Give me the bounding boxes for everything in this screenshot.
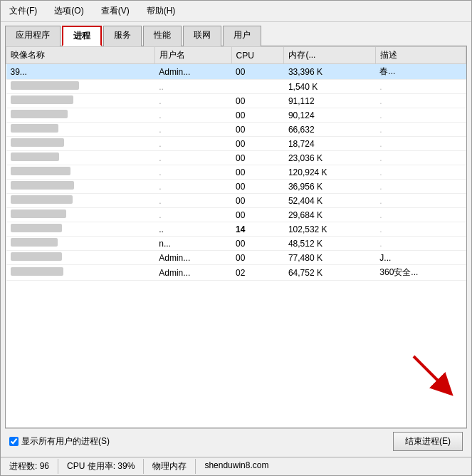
cell-desc: . xyxy=(375,94,466,108)
table-row[interactable]: Admin...0077,480 KJ... xyxy=(6,251,466,265)
cell-memory: 52,404 K xyxy=(284,194,375,208)
cell-user: . xyxy=(154,180,231,194)
cell-memory: 91,112 xyxy=(284,94,375,108)
cell-cpu: 14 xyxy=(231,222,284,237)
cell-memory: 66,632 xyxy=(284,123,375,137)
status-cpu: CPU 使用率: 39% xyxy=(58,459,144,474)
menu-file[interactable]: 文件(F) xyxy=(6,4,40,19)
cell-image-name xyxy=(6,222,155,237)
show-all-users-checkbox[interactable] xyxy=(9,437,19,446)
cell-image-name xyxy=(6,137,155,151)
show-all-users-label: 显示所有用户的进程(S) xyxy=(21,435,110,447)
cell-cpu: 00 xyxy=(231,165,284,180)
cell-desc: . xyxy=(375,194,466,208)
cell-memory: 64,752 K xyxy=(284,265,375,281)
col-header-cpu[interactable]: CPU xyxy=(231,47,284,64)
cell-desc: . xyxy=(375,151,466,165)
cell-cpu: 02 xyxy=(231,265,284,281)
cell-memory: 18,724 xyxy=(284,137,375,151)
bottom-bar: 显示所有用户的进程(S) 结束进程(E) xyxy=(5,428,467,454)
cell-user: .. xyxy=(154,80,231,94)
cell-user: Admin... xyxy=(154,251,231,265)
table-row[interactable]: Admin...0264,752 K360安全... xyxy=(6,265,466,281)
cell-image-name xyxy=(6,80,155,94)
cell-memory: 48,512 K xyxy=(284,237,375,251)
cell-desc: . xyxy=(375,165,466,180)
table-row[interactable]: ..1,540 K. xyxy=(6,80,466,94)
cell-memory: 77,480 K xyxy=(284,251,375,265)
menu-options[interactable]: 选项(O) xyxy=(51,4,86,19)
cell-user: .. xyxy=(154,222,231,237)
cell-memory: 102,532 K xyxy=(284,222,375,237)
status-watermark: shenduwin8.com xyxy=(196,459,277,474)
table-row[interactable]: 39...Admin...0033,396 K春... xyxy=(6,64,466,80)
cell-cpu: 00 xyxy=(231,180,284,194)
cell-image-name: 39... xyxy=(6,64,155,80)
cell-cpu: 00 xyxy=(231,151,284,165)
col-header-desc[interactable]: 描述 xyxy=(375,47,466,64)
cell-cpu xyxy=(231,80,284,94)
table-row[interactable]: .0090,124. xyxy=(6,108,466,123)
cell-image-name xyxy=(6,265,155,281)
tab-networking[interactable]: 联网 xyxy=(183,26,221,46)
menu-view[interactable]: 查看(V) xyxy=(98,4,132,19)
cell-cpu: 00 xyxy=(231,237,284,251)
cell-image-name xyxy=(6,151,155,165)
status-memory: 物理内存 xyxy=(144,459,196,474)
cell-memory: 36,956 K xyxy=(284,180,375,194)
cell-cpu: 00 xyxy=(231,137,284,151)
cell-user: Admin... xyxy=(154,64,231,80)
table-row[interactable]: .00120,924 K. xyxy=(6,165,466,180)
show-all-users-wrap: 显示所有用户的进程(S) xyxy=(9,435,110,447)
cell-user: n... xyxy=(154,237,231,251)
tab-performance[interactable]: 性能 xyxy=(143,26,182,46)
table-scroll[interactable]: 映像名称 用户名 CPU 内存(... 描述 39...Admin...0033… xyxy=(6,46,466,428)
cell-desc: . xyxy=(375,137,466,151)
cell-desc: . xyxy=(375,108,466,123)
cell-image-name xyxy=(6,123,155,137)
tab-services[interactable]: 服务 xyxy=(103,26,142,46)
col-header-mem[interactable]: 内存(... xyxy=(284,47,375,64)
table-row[interactable]: .0066,632. xyxy=(6,123,466,137)
table-row[interactable]: .0029,684 K. xyxy=(6,208,466,222)
tab-users[interactable]: 用户 xyxy=(223,26,261,46)
table-row[interactable]: n...0048,512 K. xyxy=(6,237,466,251)
cell-user: . xyxy=(154,151,231,165)
col-header-user[interactable]: 用户名 xyxy=(154,47,231,64)
cell-desc: J... xyxy=(375,251,466,265)
table-row[interactable]: .0023,036 K. xyxy=(6,151,466,165)
cell-desc: . xyxy=(375,80,466,94)
status-process-count: 进程数: 96 xyxy=(1,459,58,474)
cell-cpu: 00 xyxy=(231,94,284,108)
cell-memory: 120,924 K xyxy=(284,165,375,180)
tabbar: 应用程序 进程 服务 性能 联网 用户 xyxy=(1,22,471,46)
tab-applications[interactable]: 应用程序 xyxy=(5,26,61,46)
table-row[interactable]: ..14102,532 K. xyxy=(6,222,466,237)
cell-cpu: 00 xyxy=(231,251,284,265)
menu-help[interactable]: 帮助(H) xyxy=(144,4,179,19)
cell-memory: 1,540 K xyxy=(284,80,375,94)
end-process-button[interactable]: 结束进程(E) xyxy=(393,432,463,451)
tab-processes[interactable]: 进程 xyxy=(62,26,102,46)
cell-image-name xyxy=(6,108,155,123)
process-table: 映像名称 用户名 CPU 内存(... 描述 39...Admin...0033… xyxy=(6,46,466,281)
cell-image-name xyxy=(6,251,155,265)
cell-image-name xyxy=(6,165,155,180)
cell-cpu: 00 xyxy=(231,123,284,137)
cell-memory: 33,396 K xyxy=(284,64,375,80)
table-row[interactable]: .0018,724. xyxy=(6,137,466,151)
table-row[interactable]: .0036,956 K. xyxy=(6,180,466,194)
cell-desc: . xyxy=(375,123,466,137)
statusbar: 进程数: 96 CPU 使用率: 39% 物理内存 shenduwin8.com xyxy=(1,457,471,475)
cell-image-name xyxy=(6,94,155,108)
table-row[interactable]: .0091,112. xyxy=(6,94,466,108)
cell-user: . xyxy=(154,165,231,180)
cell-user: . xyxy=(154,194,231,208)
cell-user: . xyxy=(154,123,231,137)
cell-image-name xyxy=(6,194,155,208)
cell-memory: 90,124 xyxy=(284,108,375,123)
table-row[interactable]: .0052,404 K. xyxy=(6,194,466,208)
col-header-image[interactable]: 映像名称 xyxy=(6,47,155,64)
cell-desc: . xyxy=(375,237,466,251)
menubar: 文件(F) 选项(O) 查看(V) 帮助(H) xyxy=(1,1,471,22)
